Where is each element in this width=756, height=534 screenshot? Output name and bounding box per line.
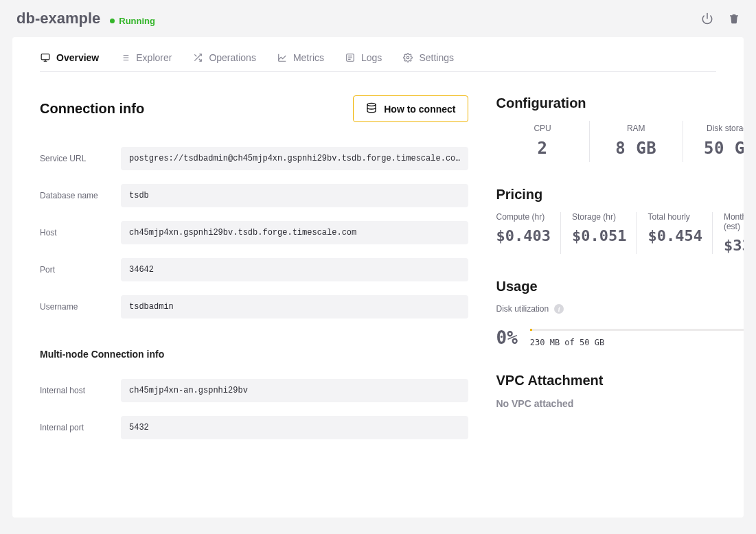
stat-value: 50 GB <box>689 139 744 158</box>
tab-explorer[interactable]: Explorer <box>119 52 172 63</box>
status-dot-icon <box>110 19 115 23</box>
row-internal-host: Internal host ch45mjp4xn-an.gspnhi29bv <box>40 379 468 402</box>
tab-logs[interactable]: Logs <box>345 52 382 63</box>
configuration-section: Configuration CPU 2 RAM 8 GB Disk storag… <box>496 95 744 162</box>
field-label: Internal host <box>40 386 108 395</box>
field-label: Host <box>40 228 108 237</box>
price-value: $0.403 <box>496 227 550 244</box>
content-columns: Connection info How to connect Service U… <box>40 95 716 469</box>
stat-value: 8 GB <box>595 139 677 158</box>
field-label: Username <box>40 302 108 312</box>
stat-label: CPU <box>501 124 583 133</box>
field-value[interactable]: 34642 <box>121 258 468 281</box>
stat-value: 2 <box>501 139 583 158</box>
field-label: Port <box>40 265 108 275</box>
svg-point-19 <box>407 56 410 59</box>
database-icon <box>366 102 377 115</box>
vpc-section: VPC Attachment No VPC attached <box>496 373 744 409</box>
price-storage: Storage (hr) $0.051 <box>560 212 636 254</box>
howto-label: How to connect <box>384 104 455 115</box>
status-text: Running <box>119 16 155 26</box>
connection-header: Connection info How to connect <box>40 95 468 122</box>
stat-label: RAM <box>595 124 677 133</box>
row-database-name: Database name tsdb <box>40 184 468 207</box>
field-label: Service URL <box>40 154 108 163</box>
header-actions <box>701 12 740 25</box>
row-username: Username tsdbadmin <box>40 295 468 318</box>
right-column: Configuration CPU 2 RAM 8 GB Disk storag… <box>496 95 744 469</box>
stat-label: Disk storage <box>689 124 744 133</box>
pricing-section: Pricing Compute (hr) $0.403 Storage (hr)… <box>496 187 744 254</box>
field-value[interactable]: 5432 <box>121 416 468 439</box>
stat-cpu: CPU 2 <box>496 121 588 162</box>
tabs: Overview Explorer Operations Metrics Log… <box>40 52 716 72</box>
usage-sublabel: Disk utilization i <box>496 304 744 314</box>
field-label: Database name <box>40 191 108 200</box>
tab-metrics[interactable]: Metrics <box>277 52 324 63</box>
price-label: Storage (hr) <box>572 212 626 222</box>
pricing-title: Pricing <box>496 187 744 202</box>
status-badge: Running <box>110 16 155 26</box>
trash-icon[interactable] <box>729 12 740 25</box>
field-value[interactable]: tsdb <box>121 184 468 207</box>
price-hourly: Total hourly $0.454 <box>636 212 711 254</box>
pricing-stats: Compute (hr) $0.403 Storage (hr) $0.051 … <box>496 212 744 254</box>
tab-label: Operations <box>209 52 255 63</box>
tab-label: Overview <box>56 52 99 63</box>
row-host: Host ch45mjp4xn.gspnhi29bv.tsdb.forge.ti… <box>40 221 468 244</box>
row-internal-port: Internal port 5432 <box>40 416 468 439</box>
field-value[interactable]: ch45mjp4xn-an.gspnhi29bv <box>121 379 468 402</box>
tab-settings[interactable]: Settings <box>402 52 454 63</box>
price-label: Compute (hr) <box>496 212 550 222</box>
configuration-stats: CPU 2 RAM 8 GB Disk storage 50 GB <box>496 121 744 162</box>
price-value: $0.454 <box>648 227 702 244</box>
usage-percent: 0% <box>496 327 517 348</box>
main-card: Overview Explorer Operations Metrics Log… <box>12 37 744 518</box>
tab-overview[interactable]: Overview <box>40 52 99 63</box>
tab-label: Logs <box>361 52 382 63</box>
configuration-title: Configuration <box>496 95 744 111</box>
tab-label: Settings <box>419 52 454 63</box>
row-service-url: Service URL postgres://tsdbadmin@ch45mjp… <box>40 147 468 170</box>
vpc-text: No VPC attached <box>496 398 744 409</box>
row-port: Port 34642 <box>40 258 468 281</box>
connection-fields: Service URL postgres://tsdbadmin@ch45mjp… <box>40 147 468 318</box>
how-to-connect-button[interactable]: How to connect <box>353 95 468 122</box>
svg-line-12 <box>195 54 197 56</box>
vpc-title: VPC Attachment <box>496 373 744 388</box>
page-header: db-example Running <box>0 0 756 37</box>
price-value: $0.051 <box>572 227 626 244</box>
price-compute: Compute (hr) $0.403 <box>496 212 560 254</box>
field-label: Internal port <box>40 423 108 432</box>
field-value[interactable]: postgres://tsdbadmin@ch45mjp4xn.gspnhi29… <box>121 147 468 170</box>
connection-title: Connection info <box>40 101 144 117</box>
svg-rect-1 <box>41 54 49 60</box>
power-icon[interactable] <box>701 12 713 25</box>
price-value: $332 <box>724 237 744 254</box>
price-label: Monthly (est) i <box>724 212 744 231</box>
price-monthly: Monthly (est) i $332 <box>712 212 744 254</box>
usage-bar-wrap: 230 MB of 50 GB <box>530 329 744 347</box>
left-column: Connection info How to connect Service U… <box>40 95 468 469</box>
usage-title: Usage <box>496 279 744 294</box>
tab-label: Explorer <box>136 52 172 63</box>
multinode-fields: Internal host ch45mjp4xn-an.gspnhi29bv I… <box>40 379 468 439</box>
usage-bar <box>530 329 744 331</box>
title-wrap: db-example Running <box>16 10 155 27</box>
usage-section: Usage Disk utilization i 0% 230 MB of 50… <box>496 279 744 348</box>
usage-bar-fill <box>530 329 533 331</box>
field-value[interactable]: tsdbadmin <box>121 295 468 318</box>
svg-point-20 <box>367 103 376 106</box>
multinode-title: Multi-node Connection info <box>40 349 468 360</box>
stat-disk: Disk storage 50 GB <box>683 121 744 162</box>
stat-ram: RAM 8 GB <box>589 121 683 162</box>
tab-operations[interactable]: Operations <box>192 52 255 63</box>
usage-text: 230 MB of 50 GB <box>530 338 744 347</box>
tab-label: Metrics <box>293 52 324 63</box>
info-icon[interactable]: i <box>554 304 564 314</box>
price-label: Total hourly <box>648 212 702 222</box>
service-name: db-example <box>16 10 100 27</box>
field-value[interactable]: ch45mjp4xn.gspnhi29bv.tsdb.forge.timesca… <box>121 221 468 244</box>
usage-body: 0% 230 MB of 50 GB <box>496 327 744 348</box>
